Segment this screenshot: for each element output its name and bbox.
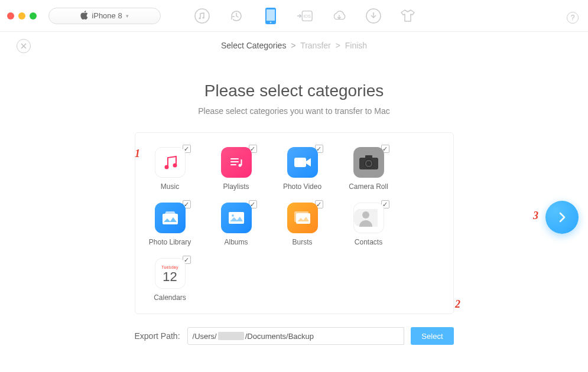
svg-point-2 (202, 17, 204, 18)
category-camera-roll[interactable]: ✓ Camera Roll (346, 147, 392, 191)
calendar-weekday: Tuesday (161, 262, 178, 269)
page-subtitle: Please select categories you want to tra… (0, 106, 588, 116)
category-photo-library[interactable]: ✓ Photo Library (147, 203, 193, 246)
redacted-username (218, 332, 244, 340)
nav-cloud-icon[interactable] (331, 8, 347, 24)
svg-text:iOS: iOS (304, 13, 311, 18)
video-icon (287, 147, 318, 178)
category-label: Photo Library (149, 238, 191, 246)
annotation-3: 3 (533, 210, 538, 222)
svg-rect-14 (365, 155, 372, 159)
help-button[interactable]: ? (567, 12, 579, 24)
breadcrumb-bar: Select Categories > Transfer > Finish (0, 32, 588, 59)
category-label: Albums (224, 238, 248, 246)
select-path-button[interactable]: Select (411, 327, 453, 345)
export-row: Export Path: /Users/ /Documents/Backup S… (135, 327, 454, 345)
help-glyph: ? (571, 14, 575, 22)
export-path-label: Export Path: (135, 331, 180, 341)
category-music[interactable]: ✓ Music (147, 147, 193, 191)
svg-rect-12 (294, 158, 306, 167)
category-bursts[interactable]: ✓ Bursts (280, 203, 326, 246)
svg-rect-17 (163, 214, 178, 224)
camera-icon (353, 147, 384, 178)
window-controls (7, 12, 37, 19)
export-path-suffix: /Documents/Backup (245, 332, 314, 341)
close-button[interactable] (17, 39, 31, 53)
category-label: Bursts (292, 238, 312, 246)
svg-rect-4 (267, 9, 275, 21)
device-selector[interactable]: iPhone 8 ▾ (48, 8, 161, 24)
apple-icon (80, 11, 88, 21)
svg-point-10 (173, 164, 177, 168)
nav-to-ios-icon[interactable]: iOS (297, 8, 313, 24)
svg-point-9 (164, 165, 168, 169)
next-button[interactable] (545, 201, 579, 234)
chevron-right-icon (555, 211, 568, 224)
top-nav: iOS (194, 8, 416, 24)
category-calendars[interactable]: ✓ Tuesday 12 Calendars (147, 258, 193, 302)
svg-rect-18 (229, 212, 244, 224)
crumb-step3: Finish (345, 41, 367, 50)
contacts-icon (353, 203, 384, 233)
category-photo-video[interactable]: ✓ Photo Video (280, 147, 326, 191)
photo-library-icon (155, 203, 186, 233)
albums-icon (221, 203, 252, 233)
category-label: Playlists (223, 182, 249, 191)
nav-history-icon[interactable] (228, 8, 245, 24)
playlists-icon (221, 147, 252, 178)
nav-tshirt-icon[interactable] (399, 8, 416, 24)
annotation-2: 2 (455, 298, 460, 311)
category-playlists[interactable]: ✓ Playlists (213, 147, 259, 191)
annotation-1: 1 (135, 148, 140, 160)
export-path-field[interactable]: /Users/ /Documents/Backup (187, 327, 405, 345)
svg-point-1 (199, 17, 200, 19)
breadcrumb: Select Categories > Transfer > Finish (221, 41, 367, 50)
category-label: Calendars (154, 293, 186, 302)
crumb-step2: Transfer (300, 41, 331, 50)
category-label: Photo Video (283, 182, 321, 191)
calendar-day: 12 (163, 269, 177, 285)
page-title: Please select categories (0, 81, 588, 100)
music-icon (155, 147, 186, 178)
calendar-icon: Tuesday 12 (155, 258, 186, 289)
nav-phone-icon[interactable] (262, 8, 279, 24)
svg-point-22 (362, 211, 369, 218)
export-path-prefix: /Users/ (193, 332, 217, 341)
device-name: iPhone 8 (92, 11, 122, 20)
nav-download-icon[interactable] (365, 8, 382, 24)
window-zoom-button[interactable] (30, 12, 37, 19)
category-label: Camera Roll (349, 182, 388, 191)
bursts-icon (287, 203, 318, 233)
category-label: Music (161, 182, 179, 191)
svg-point-5 (270, 21, 272, 23)
crumb-step1: Select Categories (221, 41, 287, 50)
nav-music-icon[interactable] (194, 8, 210, 24)
svg-point-0 (195, 9, 209, 23)
window-close-button[interactable] (7, 12, 14, 19)
window-minimize-button[interactable] (18, 12, 25, 19)
chevron-down-icon: ▾ (126, 13, 129, 19)
svg-point-16 (366, 161, 371, 166)
category-panel: ✓ Music ✓ Playlists ✓ Photo Video ✓ (135, 132, 454, 314)
category-grid: ✓ Music ✓ Playlists ✓ Photo Video ✓ (147, 147, 441, 302)
category-label: Contacts (355, 238, 382, 246)
category-albums[interactable]: ✓ Albums (213, 203, 259, 246)
category-contacts[interactable]: ✓ Contacts (346, 203, 392, 246)
titlebar: iPhone 8 ▾ iOS ? (0, 0, 588, 32)
svg-point-19 (232, 214, 234, 217)
